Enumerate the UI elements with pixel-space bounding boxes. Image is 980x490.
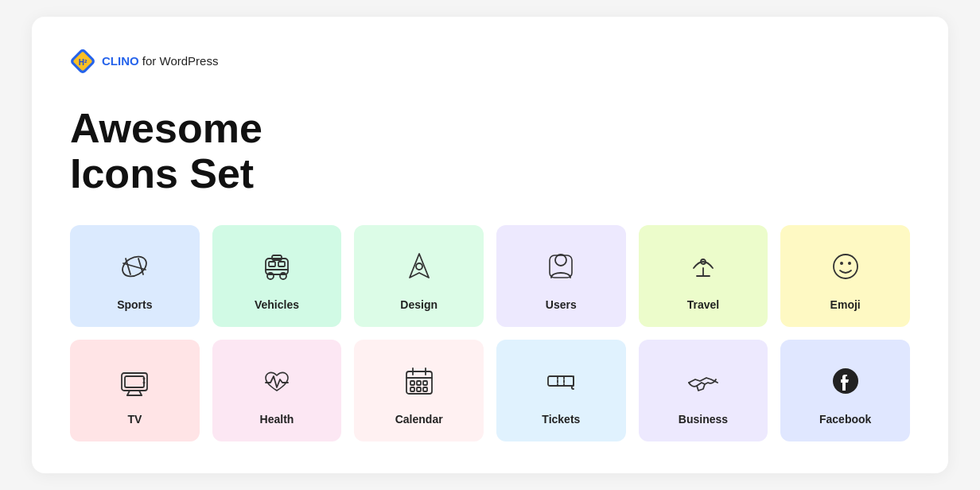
svg-rect-38 xyxy=(417,387,421,391)
svg-rect-37 xyxy=(410,387,414,391)
icon-card-tickets[interactable]: Tickets xyxy=(496,340,626,441)
icon-card-health[interactable]: Health xyxy=(212,340,342,441)
icon-card-handshake[interactable]: Business xyxy=(639,340,768,441)
svg-point-29 xyxy=(143,382,146,384)
travel-label: Travel xyxy=(687,298,719,311)
sports-icon xyxy=(115,247,154,286)
svg-point-22 xyxy=(848,262,851,265)
svg-rect-9 xyxy=(278,262,285,266)
vehicles-label: Vehicles xyxy=(255,298,299,311)
page-title: Awesome Icons Set xyxy=(70,106,910,196)
travel-icon xyxy=(684,247,722,286)
tv-label: TV xyxy=(127,413,142,426)
header: H² CLINO for WordPress xyxy=(70,49,910,74)
svg-rect-35 xyxy=(417,381,421,385)
tickets-icon xyxy=(542,362,580,400)
vehicles-icon xyxy=(258,247,296,286)
health-icon xyxy=(258,362,296,400)
svg-rect-13 xyxy=(272,255,282,260)
users-icon xyxy=(542,247,580,286)
sports-label: Sports xyxy=(117,298,152,311)
svg-point-15 xyxy=(555,255,566,266)
handshake-label: Business xyxy=(679,413,728,426)
icons-grid: Sports Vehicles xyxy=(70,225,910,441)
svg-rect-27 xyxy=(125,376,144,387)
svg-rect-36 xyxy=(423,381,427,385)
svg-point-20 xyxy=(834,255,858,278)
icon-card-users[interactable]: Users xyxy=(496,225,626,327)
calendar-label: Calendar xyxy=(395,413,443,426)
logo-icon: H² xyxy=(70,49,95,74)
icon-card-calendar[interactable]: Calendar xyxy=(354,340,484,441)
calendar-icon xyxy=(400,362,438,400)
svg-rect-40 xyxy=(548,376,574,386)
svg-point-28 xyxy=(143,378,146,380)
logo-text: CLINO for WordPress xyxy=(102,54,218,68)
svg-rect-39 xyxy=(423,387,427,391)
emoji-label: Emoji xyxy=(830,298,861,311)
icon-card-facebook[interactable]: Facebook xyxy=(780,340,910,441)
svg-point-21 xyxy=(840,262,843,265)
svg-text:H²: H² xyxy=(79,58,88,67)
icon-card-emoji[interactable]: Emoji xyxy=(780,225,910,327)
svg-line-4 xyxy=(123,263,146,270)
icon-card-design[interactable]: Design xyxy=(354,225,484,327)
icon-card-travel[interactable]: Travel xyxy=(639,225,768,327)
facebook-icon xyxy=(826,362,865,400)
handshake-icon xyxy=(684,362,722,400)
tickets-label: Tickets xyxy=(542,413,580,426)
emoji-icon xyxy=(826,247,865,286)
icon-card-tv[interactable]: TV xyxy=(70,340,200,441)
facebook-label: Facebook xyxy=(819,413,871,426)
icon-card-vehicles[interactable]: Vehicles xyxy=(212,225,342,327)
design-label: Design xyxy=(400,298,438,311)
svg-rect-8 xyxy=(269,262,275,266)
health-label: Health xyxy=(260,413,294,426)
main-card: H² CLINO for WordPress Awesome Icons Set… xyxy=(32,17,948,473)
svg-rect-34 xyxy=(410,381,414,385)
design-icon xyxy=(400,247,438,286)
svg-point-14 xyxy=(416,263,422,270)
icon-card-sports[interactable]: Sports xyxy=(70,225,200,327)
users-label: Users xyxy=(546,298,577,311)
tv-icon xyxy=(115,362,154,400)
